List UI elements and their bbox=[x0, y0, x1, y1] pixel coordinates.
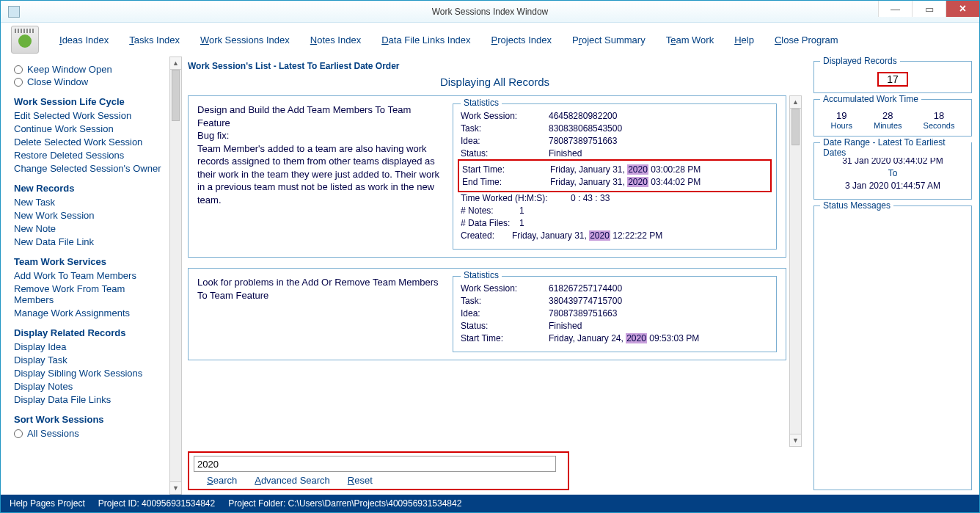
work-session-record[interactable]: Look for problems in the Add Or Remove T… bbox=[188, 268, 786, 360]
link-edit-selected-work-session[interactable]: Edit Selected Work Session bbox=[14, 110, 162, 121]
link-manage-work-assignments[interactable]: Manage Work Assignments bbox=[14, 308, 162, 319]
menu-ideas-index[interactable]: Ideas Index bbox=[59, 34, 109, 46]
displayed-records-panel: Displayed Records 17 bbox=[813, 61, 972, 93]
hours-value: 19 bbox=[831, 110, 852, 121]
menu-notes-index[interactable]: Notes Index bbox=[310, 34, 361, 46]
menu-data-file-links-index[interactable]: Data File Links Index bbox=[381, 34, 470, 46]
link-display-sibling-work-sessions[interactable]: Display Sibling Work Sessions bbox=[14, 368, 162, 379]
stat-value-task: 83083806854350​0 bbox=[549, 123, 622, 134]
window-title: Work Sessions Index Window bbox=[432, 7, 549, 17]
statistics-title: Statistics bbox=[461, 270, 502, 280]
maximize-button[interactable]: ▭ bbox=[912, 1, 946, 17]
app-window: Work Sessions Index Window — ▭ × Ideas I… bbox=[0, 0, 980, 513]
link-display-data-file-links[interactable]: Display Data File Links bbox=[14, 394, 162, 405]
search-input[interactable] bbox=[194, 456, 556, 472]
sidebar-header-new-records: New Records bbox=[14, 183, 162, 194]
link-add-work-to-team-members[interactable]: Add Work To Team Members bbox=[14, 270, 162, 281]
stat-label-start-time: Start Time: bbox=[462, 164, 550, 175]
main-toolbar: Ideas Index Tasks Index Work Sessions In… bbox=[1, 23, 979, 57]
menu-projects-index[interactable]: Projects Index bbox=[491, 34, 552, 46]
statistics-panel: Statistics Work Session:46458280982200 T… bbox=[453, 103, 777, 250]
stat-label-idea: Idea: bbox=[461, 308, 549, 319]
menu-tasks-index[interactable]: Tasks Index bbox=[129, 34, 180, 46]
scroll-up-icon[interactable]: ▲ bbox=[790, 96, 801, 109]
status-messages-panel: Status Messages bbox=[813, 205, 972, 490]
stat-value-work-session: 618267257174400 bbox=[549, 283, 622, 294]
menu-project-summary[interactable]: Project Summary bbox=[572, 34, 646, 46]
minimize-button[interactable]: — bbox=[878, 1, 912, 17]
records-scrollbar[interactable]: ▲ ▼ bbox=[789, 95, 802, 447]
advanced-search-button[interactable]: Advanced Search bbox=[255, 475, 330, 486]
search-area: Search Advanced Search Reset bbox=[188, 451, 569, 490]
date-range-earliest: 3 Jan 2020 01:44:57 AM bbox=[820, 181, 965, 191]
sidebar-header-lifecycle: Work Session Life Cycle bbox=[14, 96, 162, 107]
titlebar: Work Sessions Index Window — ▭ × bbox=[1, 1, 979, 23]
stat-value-status: Finished bbox=[549, 321, 582, 331]
stat-label-task: Task: bbox=[461, 123, 549, 134]
date-range-title: Date Range - Latest To Earliest Dates bbox=[820, 137, 971, 158]
status-messages-title: Status Messages bbox=[820, 200, 893, 211]
radio-all-sessions[interactable]: All Sessions bbox=[14, 428, 162, 439]
link-new-work-session[interactable]: New Work Session bbox=[14, 210, 162, 221]
main-content: Work Session's List - Latest To Earliest… bbox=[182, 57, 809, 495]
stat-label-work-session: Work Session: bbox=[461, 283, 549, 294]
scroll-down-icon[interactable]: ▼ bbox=[170, 481, 181, 494]
logo-icon bbox=[11, 26, 39, 54]
close-button[interactable]: × bbox=[946, 1, 979, 17]
link-change-session-owner[interactable]: Change Selected Session's Owner bbox=[14, 163, 162, 174]
link-display-idea[interactable]: Display Idea bbox=[14, 341, 162, 352]
link-new-note[interactable]: New Note bbox=[14, 223, 162, 234]
displaying-label: Displaying All Records bbox=[188, 76, 802, 88]
scroll-thumb[interactable] bbox=[791, 109, 800, 145]
displayed-records-count: 17 bbox=[877, 72, 908, 87]
menu-close-program[interactable]: Close Program bbox=[775, 34, 838, 46]
stat-value-task: 380439774715700 bbox=[549, 296, 622, 306]
link-display-task[interactable]: Display Task bbox=[14, 354, 162, 365]
stat-label-datafiles-count: # Data Files: bbox=[461, 218, 519, 228]
stat-label-created: Created: bbox=[461, 230, 512, 241]
reset-button[interactable]: Reset bbox=[348, 475, 373, 486]
stat-value-idea: 78087389751663 bbox=[549, 136, 617, 146]
stat-value-datafiles-count: 1 bbox=[519, 218, 524, 228]
link-continue-work-session[interactable]: Continue Work Session bbox=[14, 123, 162, 134]
sidebar-header-display-related: Display Related Records bbox=[14, 327, 162, 338]
stat-label-end-time: End Time: bbox=[462, 177, 550, 187]
link-restore-deleted-sessions[interactable]: Restore Deleted Sessions bbox=[14, 150, 162, 161]
menu-work-sessions-index[interactable]: Work Sessions Index bbox=[200, 34, 290, 46]
statistics-panel: Statistics Work Session:618267257174400 … bbox=[453, 276, 777, 352]
menu-team-work[interactable]: Team Work bbox=[666, 34, 714, 46]
stat-value-notes-count: 1 bbox=[519, 205, 524, 216]
stat-label-idea: Idea: bbox=[461, 136, 549, 146]
link-new-task[interactable]: New Task bbox=[14, 197, 162, 208]
hours-label: Hours bbox=[831, 121, 852, 130]
statusbar: Help Pages Project Project ID: 400956931… bbox=[1, 495, 979, 512]
stat-label-status: Status: bbox=[461, 148, 549, 159]
search-button[interactable]: Search bbox=[207, 475, 237, 486]
stat-label-work-session: Work Session: bbox=[461, 111, 549, 121]
sidebar: Keep Window Open Close Window Work Sessi… bbox=[1, 57, 169, 495]
status-help-pages[interactable]: Help Pages Project bbox=[10, 498, 85, 509]
radio-keep-window-open[interactable]: Keep Window Open bbox=[14, 64, 162, 75]
date-range-to: To bbox=[820, 168, 965, 178]
record-description: Look for problems in the Add Or Remove T… bbox=[197, 276, 447, 352]
status-project-folder: Project Folder: C:\Users\Darren\Projects… bbox=[228, 498, 461, 509]
radio-close-window[interactable]: Close Window bbox=[14, 76, 162, 87]
link-new-data-file-link[interactable]: New Data File Link bbox=[14, 236, 162, 247]
right-column: Displayed Records 17 Accumulated Work Ti… bbox=[809, 57, 979, 495]
scroll-down-icon[interactable]: ▼ bbox=[790, 434, 801, 446]
accumulated-work-time-title: Accumulated Work Time bbox=[820, 94, 921, 104]
link-delete-selected-work-session[interactable]: Delete Selected Work Session bbox=[14, 137, 162, 148]
scroll-thumb[interactable] bbox=[172, 70, 180, 121]
minutes-label: Minutes bbox=[874, 121, 902, 130]
sidebar-scrollbar[interactable]: ▲ ▼ bbox=[169, 57, 182, 495]
accumulated-work-time-panel: Accumulated Work Time 19Hours 28Minutes … bbox=[813, 99, 972, 137]
menu-help[interactable]: Help bbox=[734, 34, 754, 46]
work-session-record[interactable]: Design and Build the Add Team Members To… bbox=[188, 95, 786, 258]
stat-value-idea: 78087389751663 bbox=[549, 308, 617, 319]
scroll-up-icon[interactable]: ▲ bbox=[170, 57, 181, 70]
link-display-notes[interactable]: Display Notes bbox=[14, 381, 162, 392]
stat-label-start-time: Start Time: bbox=[461, 333, 549, 343]
stat-value-work-session: 46458280982200 bbox=[549, 111, 617, 121]
sidebar-header-team-work: Team Work Services bbox=[14, 256, 162, 267]
link-remove-work-from-team-members[interactable]: Remove Work From Team Members bbox=[14, 283, 162, 305]
